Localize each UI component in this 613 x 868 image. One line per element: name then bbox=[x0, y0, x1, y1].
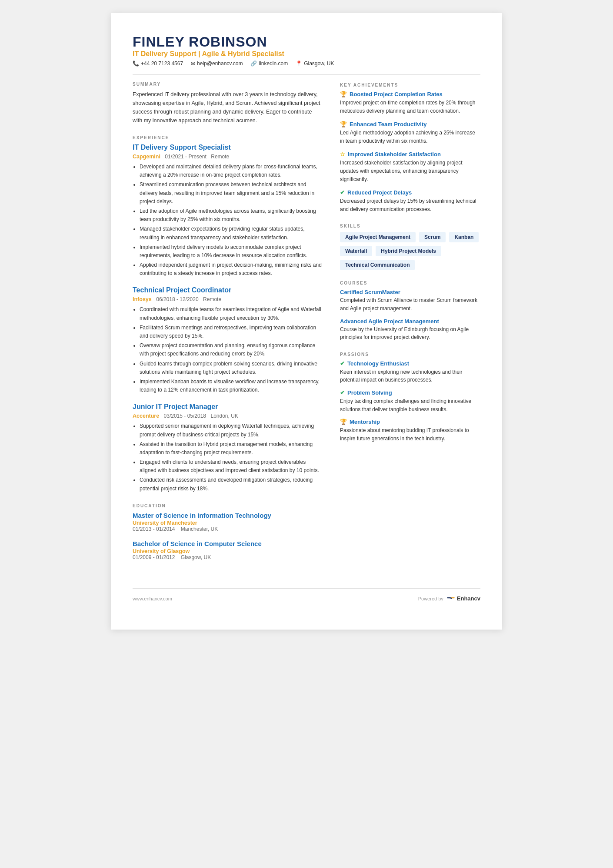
list-item: Coordinated with multiple teams for seam… bbox=[140, 305, 323, 322]
course-1-title: Certified ScrumMaster bbox=[340, 289, 480, 295]
list-item: Streamlined communication processes betw… bbox=[140, 181, 323, 206]
list-item: Guided teams through complex problem-sol… bbox=[140, 360, 323, 376]
skill-3: Waterfall bbox=[340, 246, 372, 256]
education-section: EDUCATION Master of Science in Informati… bbox=[133, 503, 323, 560]
list-item: Implemented Kanban boards to visualise w… bbox=[140, 378, 323, 394]
summary-text: Experienced IT delivery professional wit… bbox=[133, 90, 323, 125]
list-item: Facilitated Scrum meetings and retrospec… bbox=[140, 324, 323, 340]
course-2-title: Advanced Agile Project Management bbox=[340, 318, 480, 325]
footer: www.enhancv.com Powered by Enhancv bbox=[133, 588, 480, 603]
left-column: SUMMARY Experienced IT delivery professi… bbox=[133, 82, 323, 571]
job-3: Junior IT Project Manager Accenture 03/2… bbox=[133, 403, 323, 493]
edu-2-degree: Bachelor of Science in Computer Science bbox=[133, 540, 323, 547]
job-1-location: Remote bbox=[211, 154, 229, 160]
job-2-location: Remote bbox=[203, 296, 221, 302]
email-icon: ✉ bbox=[191, 60, 195, 67]
job-3-company: Accenture bbox=[133, 413, 159, 419]
passion-3: 🏆 Mentorship Passionate about mentoring … bbox=[340, 419, 480, 442]
list-item: Led the adoption of Agile methodologies … bbox=[140, 207, 323, 224]
skill-5: Technical Communication bbox=[340, 260, 415, 270]
job-3-meta: Accenture 03/2015 - 05/2018 London, UK bbox=[133, 412, 323, 419]
edu-1-school: University of Manchester bbox=[133, 520, 323, 526]
mentorship-icon: 🏆 bbox=[340, 419, 347, 425]
courses-label: COURSES bbox=[340, 281, 480, 285]
passion-1-title: ✔ Technology Enthusiast bbox=[340, 360, 480, 367]
trophy2-icon: 🏆 bbox=[340, 121, 347, 127]
achievement-3-title: ☆ Improved Stakeholder Satisfaction bbox=[340, 151, 480, 158]
job-2: Technical Project Coordinator Infosys 06… bbox=[133, 286, 323, 394]
skill-0: Agile Project Management bbox=[340, 232, 416, 242]
resume-page: FINLEY ROBINSON IT Delivery Support | Ag… bbox=[111, 13, 502, 630]
experience-section: EXPERIENCE IT Delivery Support Specialis… bbox=[133, 135, 323, 493]
courses-section: COURSES Certified ScrumMaster Completed … bbox=[340, 281, 480, 341]
contact-info: 📞 +44 20 7123 4567 ✉ help@enhancv.com 🔗 … bbox=[133, 60, 480, 67]
course-2: Advanced Agile Project Management Course… bbox=[340, 318, 480, 342]
list-item: Oversaw project documentation and planni… bbox=[140, 342, 323, 358]
footer-powered: Powered by Enhancv bbox=[418, 594, 480, 603]
achievement-4: ✔ Reduced Project Delays Decreased proje… bbox=[340, 189, 480, 213]
summary-label: SUMMARY bbox=[133, 82, 323, 87]
skills-label: SKILLS bbox=[340, 224, 480, 228]
course-2-text: Course by the University of Edinburgh fo… bbox=[340, 325, 480, 342]
passion-2: ✔ Problem Solving Enjoy tackling complex… bbox=[340, 389, 480, 413]
right-col-inner: KEY ACHIEVEMENTS 🏆 Boosted Project Compl… bbox=[340, 82, 480, 442]
job-2-meta: Infosys 06/2018 - 12/2020 Remote bbox=[133, 295, 323, 303]
edu-1: Master of Science in Information Technol… bbox=[133, 512, 323, 532]
job-1-bullets: Developed and maintained detailed delive… bbox=[133, 163, 323, 278]
job-2-period: 06/2018 - 12/2020 bbox=[156, 296, 198, 302]
skills-grid: Agile Project Management Scrum Kanban Wa… bbox=[340, 232, 480, 270]
achievement-3-text: Increased stakeholder satisfaction by al… bbox=[340, 159, 480, 183]
job-1: IT Delivery Support Specialist Capgemini… bbox=[133, 144, 323, 278]
phone: 📞 +44 20 7123 4567 bbox=[133, 60, 183, 67]
job-1-title: IT Delivery Support Specialist bbox=[133, 144, 323, 151]
passion-3-title: 🏆 Mentorship bbox=[340, 419, 480, 425]
job-2-title: Technical Project Coordinator bbox=[133, 286, 323, 294]
job-1-company: Capgemini bbox=[133, 154, 160, 160]
job-2-company: Infosys bbox=[133, 296, 152, 302]
list-item: Applied independent judgment in project … bbox=[140, 261, 323, 278]
passion-2-text: Enjoy tackling complex challenges and fi… bbox=[340, 397, 480, 413]
achievement-4-text: Decreased project delays by 15% by strea… bbox=[340, 197, 480, 213]
course-1: Certified ScrumMaster Completed with Scr… bbox=[340, 289, 480, 312]
email: ✉ help@enhancv.com bbox=[191, 60, 243, 67]
edu-2-meta: 01/2009 - 01/2012 Glasgow, UK bbox=[133, 554, 323, 560]
linkedin-icon: 🔗 bbox=[250, 60, 257, 67]
achievements-section: KEY ACHIEVEMENTS 🏆 Boosted Project Compl… bbox=[340, 83, 480, 213]
list-item: Supported senior management in deploying… bbox=[140, 422, 323, 439]
enhancv-logo: Enhancv bbox=[446, 594, 480, 603]
skills-section: SKILLS Agile Project Management Scrum Ka… bbox=[340, 224, 480, 270]
job-3-bullets: Supported senior management in deploying… bbox=[133, 422, 323, 493]
job-3-title: Junior IT Project Manager bbox=[133, 403, 323, 411]
star-icon: ☆ bbox=[340, 151, 345, 158]
check3-icon: ✔ bbox=[340, 389, 345, 396]
passions-label: PASSIONS bbox=[340, 352, 480, 357]
location: 📍 Glasgow, UK bbox=[296, 60, 334, 67]
edu-2-school: University of Glasgow bbox=[133, 548, 323, 554]
achievement-3: ☆ Improved Stakeholder Satisfaction Incr… bbox=[340, 151, 480, 183]
experience-label: EXPERIENCE bbox=[133, 135, 323, 140]
achievement-2-text: Led Agile methodology adoption achieving… bbox=[340, 129, 480, 145]
achievement-1-title: 🏆 Boosted Project Completion Rates bbox=[340, 91, 480, 97]
skill-2: Kanban bbox=[449, 232, 479, 242]
header: FINLEY ROBINSON IT Delivery Support | Ag… bbox=[133, 34, 480, 67]
list-item: Developed and maintained detailed delive… bbox=[140, 163, 323, 179]
skill-4: Hybrid Project Models bbox=[376, 246, 441, 256]
edu-2: Bachelor of Science in Computer Science … bbox=[133, 540, 323, 560]
passion-2-title: ✔ Problem Solving bbox=[340, 389, 480, 396]
linkedin: 🔗 linkedin.com bbox=[250, 60, 288, 67]
passion-1-text: Keen interest in exploring new technolog… bbox=[340, 368, 480, 384]
list-item: Assisted in the transition to Hybrid pro… bbox=[140, 440, 323, 457]
list-item: Managed stakeholder expectations by prov… bbox=[140, 225, 323, 241]
candidate-name: FINLEY ROBINSON bbox=[133, 34, 480, 50]
achievement-4-title: ✔ Reduced Project Delays bbox=[340, 189, 480, 196]
check2-icon: ✔ bbox=[340, 360, 345, 367]
achievements-label: KEY ACHIEVEMENTS bbox=[340, 83, 480, 87]
list-item: Implemented hybrid delivery models to ac… bbox=[140, 243, 323, 260]
trophy-icon: 🏆 bbox=[340, 91, 347, 97]
right-column: KEY ACHIEVEMENTS 🏆 Boosted Project Compl… bbox=[340, 82, 480, 571]
candidate-title: IT Delivery Support | Agile & Hybrid Spe… bbox=[133, 50, 480, 58]
main-content: SUMMARY Experienced IT delivery professi… bbox=[133, 82, 480, 571]
job-3-location: London, UK bbox=[210, 413, 238, 419]
phone-icon: 📞 bbox=[133, 60, 139, 67]
job-1-meta: Capgemini 01/2021 - Present Remote bbox=[133, 152, 323, 160]
